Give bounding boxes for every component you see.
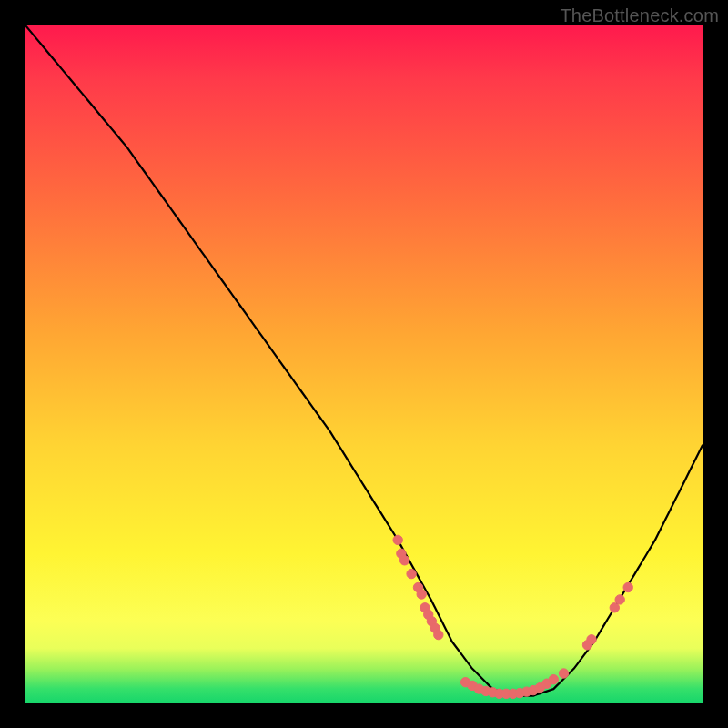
data-dot [434,630,443,639]
data-dot [610,603,619,612]
gradient-panel [25,25,703,703]
data-dot [417,590,426,599]
chart-stage: TheBottleneck.com [0,0,728,728]
data-dot [407,569,416,578]
data-dot [615,595,624,604]
data-dot [587,635,596,644]
data-dot [399,556,409,565]
data-dot [393,535,402,544]
data-dot [559,669,568,678]
data-dot [549,675,558,684]
data-dots-group [393,535,632,698]
bottleneck-curve-path [25,25,703,696]
plot-svg [25,25,703,703]
data-dot [623,582,632,592]
watermark-text: TheBottleneck.com [560,5,719,26]
